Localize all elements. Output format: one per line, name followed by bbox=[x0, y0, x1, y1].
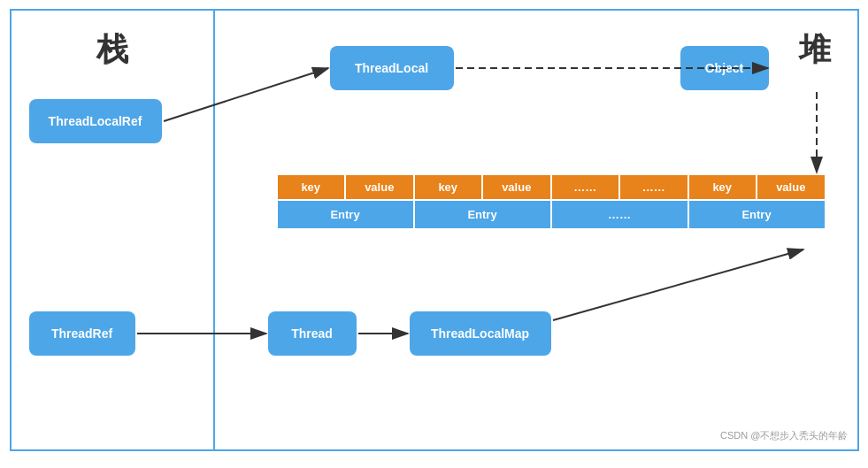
heap-label: 堆 bbox=[799, 28, 831, 72]
entry-top-row: key value key value …… …… key value bbox=[277, 174, 826, 200]
threadlocalmap-box: ThreadLocalMap bbox=[410, 311, 551, 356]
entry-cell-3: Entry bbox=[688, 200, 826, 229]
threadlocal-box: ThreadLocal bbox=[330, 46, 454, 90]
entry-cell-2: Entry bbox=[414, 200, 551, 229]
main-diagram: 栈 ThreadLocalRef ThreadRef 堆 ThreadLocal… bbox=[10, 9, 859, 451]
cell-key3: key bbox=[688, 174, 757, 200]
thread-box: Thread bbox=[268, 311, 357, 356]
stack-section: 栈 ThreadLocalRef ThreadRef bbox=[12, 11, 215, 449]
cell-key1: key bbox=[277, 174, 346, 200]
cell-value2: value bbox=[482, 174, 551, 200]
object-box: Object bbox=[680, 46, 769, 90]
entry-cell-1: Entry bbox=[277, 200, 414, 229]
threadlocalref-box: ThreadLocalRef bbox=[29, 99, 162, 143]
cell-key2: key bbox=[414, 174, 483, 200]
cell-dots1: …… bbox=[551, 174, 620, 200]
arrow-tlmap-to-entry bbox=[553, 249, 803, 320]
cell-value3: value bbox=[757, 174, 826, 200]
cell-value1: value bbox=[345, 174, 414, 200]
entry-bottom-row: Entry Entry …… Entry bbox=[277, 200, 826, 229]
threadref-box: ThreadRef bbox=[29, 311, 135, 356]
cell-dots2: …… bbox=[619, 174, 688, 200]
entry-cell-dots: …… bbox=[551, 200, 688, 229]
watermark: CSDN @不想步入秃头的年龄 bbox=[720, 429, 848, 442]
stack-label: 栈 bbox=[96, 28, 128, 72]
entry-table: key value key value …… …… key value Entr… bbox=[277, 174, 826, 229]
